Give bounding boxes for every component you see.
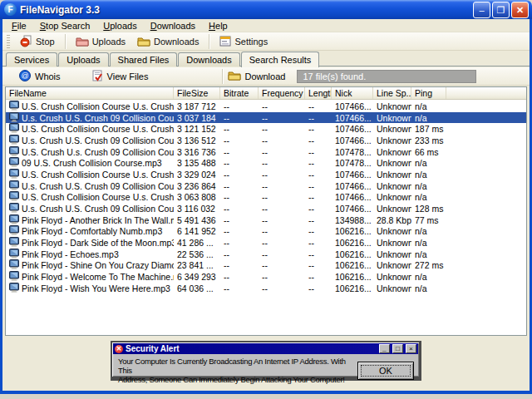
column-header-filesize[interactable]: FileSize: [174, 87, 220, 99]
cell-length: --: [305, 204, 332, 214]
cell-length: --: [305, 260, 332, 270]
dialog-title-bar[interactable]: ✕ Security Alert _ □ ×: [113, 343, 418, 354]
cell-bitrate: --: [220, 181, 259, 191]
dialog-maximize-button[interactable]: □: [392, 344, 403, 353]
menu-uploads[interactable]: Uploads: [96, 20, 143, 32]
table-row[interactable]: Pink Floyd - Shine On You Crazy Diamond.…: [6, 260, 526, 272]
stop-toolbar-button[interactable]: Stop: [14, 34, 61, 48]
column-header-line-sp[interactable]: Line Sp...: [373, 87, 411, 99]
close-button[interactable]: ✕: [511, 2, 529, 18]
cell-filesize: 6 141 952: [174, 226, 220, 236]
cell-frequency: --: [259, 238, 305, 248]
cell-filename: U.s. Crush U.S. Crush 09 Collision Cours…: [6, 112, 174, 124]
table-row[interactable]: 09 U.S. Crush Collision Course.mp33 135 …: [6, 157, 526, 169]
cell-filename: U.s. Crush U.S. Crush 09 Collision Cours…: [6, 180, 174, 192]
title-bar[interactable]: F FileNavigator 3.3 – ❐ ✕: [0, 0, 532, 19]
tab-downloads[interactable]: Downloads: [178, 52, 239, 66]
table-row[interactable]: U.S. Crush Collision Course U.s. Crush 0…: [6, 192, 526, 204]
column-header-frequency[interactable]: Frequency: [259, 87, 305, 99]
ok-button[interactable]: OK: [357, 362, 414, 380]
cell-frequency: --: [259, 226, 305, 236]
cell-ping: n/a: [411, 158, 446, 168]
cell-nick: 107466...: [332, 101, 373, 111]
remote-file-monitor-icon: [9, 112, 19, 124]
cell-line-sp: Unknown: [373, 101, 411, 111]
cell-length: --: [305, 113, 332, 123]
cell-bitrate: --: [220, 226, 259, 236]
uploads-toolbar-button[interactable]: Uploads: [70, 35, 131, 47]
download-button[interactable]: Download: [223, 69, 291, 83]
cell-bitrate: --: [220, 135, 259, 145]
menu-file[interactable]: File: [5, 20, 33, 32]
tab-shared-files[interactable]: Shared Files: [110, 52, 178, 66]
view-files-button[interactable]: View Files: [87, 69, 154, 84]
cell-line-sp: Unknown: [373, 135, 411, 145]
cell-nick: 106216...: [332, 238, 373, 248]
whois-button[interactable]: @ Whois: [14, 69, 66, 84]
table-row[interactable]: U.s. Crush U.S. Crush 09 Collision Cours…: [6, 180, 526, 192]
file-name-text: U.S. Crush Collision Course U.s. Crush 0…: [22, 192, 174, 202]
table-row[interactable]: Pink Floyd - Dark Side of the Moon.mp341…: [6, 237, 526, 249]
cell-filename: U.S. Crush Collision Course U.s. Crush 0…: [6, 191, 174, 203]
cell-ping: n/a: [411, 101, 446, 111]
cell-filesize: 3 329 024: [174, 170, 220, 180]
results-count-badge: 17 file(s) found.: [297, 70, 476, 83]
table-row[interactable]: U.S. Crush U.s. Crush 09 Collision Cours…: [6, 146, 526, 158]
tab-services[interactable]: Services: [6, 52, 57, 66]
menu-help[interactable]: Help: [202, 20, 234, 32]
table-row[interactable]: U.s. Crush U.S. Crush 09 Collision Cours…: [6, 112, 526, 124]
table-row[interactable]: U.S. Crush Collision Course U.s. Crush 0…: [6, 101, 526, 112]
settings-toolbar-button[interactable]: Settings: [214, 35, 273, 47]
table-row[interactable]: Pink Floyd - Another Brick In The Wall.m…: [6, 214, 526, 226]
cell-filename: U.S. Crush Collision Course U.s. Crush 0…: [6, 123, 174, 135]
column-header-filename[interactable]: FileName: [6, 87, 174, 99]
cell-ping: n/a: [411, 238, 446, 248]
remote-file-monitor-icon: [9, 249, 19, 260]
table-row[interactable]: U.s. Crush U.S. Crush 09 Collision Cours…: [6, 203, 526, 214]
cell-filename: Pink Floyd - Welcome To The Machine.mp3: [6, 271, 174, 283]
minimize-button[interactable]: –: [473, 2, 490, 18]
cell-bitrate: --: [220, 113, 259, 123]
table-row[interactable]: Pink Floyd - Welcome To The Machine.mp36…: [6, 271, 526, 283]
dialog-title: Security Alert: [126, 344, 377, 353]
column-header-ping[interactable]: Ping: [411, 87, 446, 99]
file-name-text: 09 U.S. Crush Collision Course.mp3: [22, 158, 162, 168]
table-row[interactable]: U.s. Crush U.S. Crush 09 Collision Cours…: [6, 135, 526, 146]
table-row[interactable]: U.S. Crush Collision Course U.s. Crush 0…: [6, 169, 526, 180]
cell-length: --: [305, 181, 332, 191]
cell-length: --: [305, 283, 332, 293]
table-row[interactable]: U.S. Crush Collision Course U.s. Crush 0…: [6, 123, 526, 135]
menu-stop-search[interactable]: Stop Search: [33, 20, 97, 32]
downloads-toolbar-button[interactable]: Downloads: [131, 35, 204, 47]
tab-uploads[interactable]: Uploads: [58, 52, 108, 66]
menu-downloads[interactable]: Downloads: [144, 20, 202, 32]
cell-length: --: [305, 158, 332, 168]
menu-bar: FileStop SearchUploadsDownloadsHelp: [2, 19, 530, 32]
cell-line-sp: Unknown: [373, 238, 411, 248]
cell-nick: 134988...: [332, 215, 373, 225]
dialog-minimize-button[interactable]: _: [379, 344, 390, 353]
remote-file-monitor-icon: [9, 225, 19, 237]
cell-bitrate: --: [220, 249, 259, 259]
cell-length: --: [305, 226, 332, 236]
cell-length: --: [305, 170, 332, 180]
dialog-close-button[interactable]: ×: [406, 344, 416, 353]
cell-bitrate: --: [220, 147, 259, 157]
column-header-length[interactable]: Length: [305, 87, 332, 99]
cell-filesize: 3 063 808: [174, 192, 220, 202]
column-header-nick[interactable]: Nick: [332, 87, 373, 99]
cell-bitrate: --: [220, 124, 259, 134]
column-header-bitrate[interactable]: Bitrate: [220, 87, 259, 99]
cell-filename: Pink Floyd - Comfortably Numb.mp3: [6, 225, 174, 237]
cell-bitrate: --: [220, 215, 259, 225]
restore-button[interactable]: ❐: [492, 2, 510, 18]
table-row[interactable]: Pink Floyd - Comfortably Numb.mp36 141 9…: [6, 226, 526, 238]
table-row[interactable]: Pink Floyd - Wish You Were Here.mp364 03…: [6, 283, 526, 294]
toolbar-gripper[interactable]: [7, 35, 10, 48]
window-body: FileStop SearchUploadsDownloadsHelp Stop…: [0, 19, 532, 394]
remote-file-monitor-icon: [9, 123, 19, 135]
cell-bitrate: --: [220, 238, 259, 248]
tab-search-results[interactable]: Search Results: [241, 52, 320, 67]
table-row[interactable]: Pink Floyd - Echoes.mp322 536 ...------1…: [6, 249, 526, 260]
remote-file-monitor-icon: [9, 101, 19, 112]
